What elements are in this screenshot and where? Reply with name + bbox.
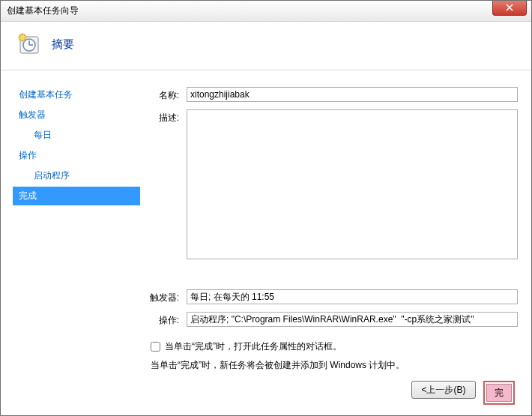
action-row: 操作: bbox=[148, 312, 518, 327]
close-button[interactable] bbox=[492, 1, 527, 16]
sidebar-item-finish[interactable]: 完成 bbox=[13, 187, 140, 205]
sidebar-item-start-program[interactable]: 启动程序 bbox=[13, 166, 140, 185]
wizard-header: 摘要 bbox=[1, 22, 531, 70]
open-properties-label: 当单击“完成”时，打开此任务属性的对话框。 bbox=[165, 340, 342, 353]
wizard-body: 创建基本任务 触发器 每日 操作 启动程序 完成 名称: 描述: 触发器: 操 bbox=[1, 70, 531, 415]
wizard-footer: <上一步(B) 完 bbox=[148, 372, 518, 415]
wizard-window: 创建基本任务向导 摘要 创建基本任务 触发器 每日 操作 启动程序 完成 bbox=[0, 0, 532, 416]
description-label: 描述: bbox=[148, 109, 187, 259]
page-title: 摘要 bbox=[52, 37, 74, 52]
window-title: 创建基本任务向导 bbox=[7, 4, 79, 17]
spacer bbox=[148, 267, 518, 289]
sidebar-item-create-task[interactable]: 创建基本任务 bbox=[13, 85, 140, 104]
sidebar-item-trigger[interactable]: 触发器 bbox=[13, 106, 140, 124]
trigger-label: 触发器: bbox=[148, 289, 187, 304]
sidebar-item-action[interactable]: 操作 bbox=[13, 146, 140, 165]
finish-button[interactable]: 完 bbox=[486, 384, 512, 402]
close-icon bbox=[506, 4, 513, 11]
action-value[interactable] bbox=[187, 312, 518, 327]
description-row: 描述: bbox=[148, 109, 518, 259]
open-properties-row: 当单击“完成”时，打开此任务属性的对话框。 bbox=[151, 340, 518, 353]
action-label: 操作: bbox=[148, 312, 187, 327]
open-properties-checkbox[interactable] bbox=[151, 342, 160, 352]
main-panel: 名称: 描述: 触发器: 操作: 当单击“完成”时，打开此任务属性的对话框。 当… bbox=[140, 70, 531, 415]
name-label: 名称: bbox=[148, 87, 187, 102]
finish-highlight: 完 bbox=[483, 381, 515, 405]
sidebar-item-daily[interactable]: 每日 bbox=[13, 126, 140, 145]
name-row: 名称: bbox=[148, 87, 518, 102]
titlebar: 创建基本任务向导 bbox=[1, 1, 531, 22]
description-textarea[interactable] bbox=[187, 109, 518, 259]
task-scheduler-icon bbox=[17, 32, 41, 56]
trigger-row: 触发器: bbox=[148, 289, 518, 304]
trigger-value[interactable] bbox=[187, 289, 518, 304]
sidebar: 创建基本任务 触发器 每日 操作 启动程序 完成 bbox=[1, 70, 140, 415]
name-input[interactable] bbox=[187, 87, 518, 102]
back-button[interactable]: <上一步(B) bbox=[411, 381, 476, 399]
finish-info-text: 当单击“完成”时，新任务将会被创建并添加到 Windows 计划中。 bbox=[151, 359, 518, 372]
